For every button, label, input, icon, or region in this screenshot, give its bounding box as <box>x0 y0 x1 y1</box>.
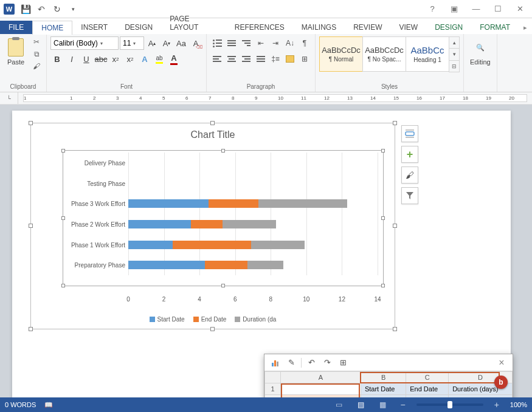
style-heading-1[interactable]: AaBbCc Heading 1 <box>406 36 449 72</box>
chart-type-icon[interactable] <box>269 357 282 369</box>
zoom-thumb[interactable] <box>447 401 452 408</box>
underline-button[interactable]: U <box>80 52 93 66</box>
format-painter-icon[interactable]: 🖌 <box>30 61 43 72</box>
decrease-indent-icon[interactable]: ⇤ <box>254 36 268 50</box>
show-marks-icon[interactable]: ¶ <box>298 36 311 50</box>
styles-gallery[interactable]: AaBbCcDc ¶ Normal AaBbCcDc ¶ No Spac... … <box>319 36 460 72</box>
font-name-combo[interactable]: Calibri (Body)▾ <box>50 36 119 50</box>
shrink-font-icon[interactable]: A▾ <box>160 36 173 50</box>
status-bar: 0 WORDS 📖 ▭ ▤ ▦ − + 100% <box>0 397 532 412</box>
horizontal-ruler[interactable]: 11234567891011121314151617181920 <box>23 94 527 102</box>
line-spacing-icon[interactable]: ‡≡ <box>269 52 282 66</box>
resize-handle[interactable] <box>29 224 33 228</box>
align-left-icon[interactable] <box>210 52 224 66</box>
tab-chart-format[interactable]: FORMAT <box>471 21 519 34</box>
mini-sheet-grid[interactable]: ABCD1Start DateEnd DateDuration (days)2P… <box>264 371 513 397</box>
print-layout-icon[interactable]: ▤ <box>354 399 367 410</box>
change-case-icon[interactable]: Aa <box>174 36 188 50</box>
justify-icon[interactable] <box>254 52 268 66</box>
chart-legend: Start DateEnd DateDuration (da <box>31 316 395 323</box>
text-effects-icon[interactable]: A <box>138 52 151 66</box>
chart-styles-icon[interactable]: 🖌 <box>401 167 418 184</box>
resize-handle[interactable] <box>210 121 215 125</box>
close-icon[interactable]: ✕ <box>511 3 528 15</box>
document-area: Chart Title 02468101214 Start DateEnd Da… <box>0 105 532 397</box>
tab-chart-design[interactable]: DESIGN <box>426 21 471 34</box>
bullets-icon[interactable] <box>210 36 224 50</box>
style-normal[interactable]: AaBbCcDc ¶ Normal <box>319 36 363 72</box>
numbering-icon[interactable] <box>225 36 238 50</box>
clear-formatting-icon[interactable]: A⌫ <box>189 36 202 50</box>
redo-icon[interactable]: ↻ <box>50 2 64 16</box>
cut-icon[interactable]: ✂ <box>30 36 43 47</box>
ribbon-options-icon[interactable]: ▣ <box>446 3 463 15</box>
highlight-color-icon[interactable]: ab <box>153 52 166 66</box>
chart-object[interactable]: Chart Title 02468101214 Start DateEnd Da… <box>30 123 395 329</box>
zoom-slider[interactable] <box>416 403 483 406</box>
save-icon[interactable]: 💾 <box>18 2 33 16</box>
tab-view[interactable]: VIEW <box>391 21 427 34</box>
qat-customize-icon[interactable]: ▾ <box>66 2 80 16</box>
redo-icon[interactable]: ↷ <box>321 357 333 369</box>
zoom-level[interactable]: 100% <box>510 401 527 408</box>
increase-indent-icon[interactable]: ⇥ <box>269 36 282 50</box>
align-right-icon[interactable] <box>240 52 253 66</box>
resize-handle[interactable] <box>393 121 397 125</box>
chart-elements-icon[interactable]: + <box>401 146 418 163</box>
zoom-in-icon[interactable]: + <box>492 400 502 410</box>
italic-button[interactable]: I <box>65 52 78 66</box>
grow-font-icon[interactable]: A▴ <box>145 36 159 50</box>
x-axis: 02468101214 <box>128 296 376 304</box>
spellcheck-icon[interactable]: 📖 <box>44 401 53 409</box>
undo-icon[interactable]: ↶ <box>34 2 49 16</box>
undo-icon[interactable]: ↶ <box>305 357 317 369</box>
word-count[interactable]: 0 WORDS <box>5 401 36 408</box>
resize-handle[interactable] <box>393 224 397 228</box>
align-center-icon[interactable] <box>225 52 238 66</box>
editing-button[interactable]: 🔍 Editing <box>468 36 493 67</box>
font-size-combo[interactable]: 11▾ <box>120 36 144 50</box>
minimize-icon[interactable]: — <box>468 3 485 15</box>
font-color-icon[interactable]: A <box>167 52 181 66</box>
tab-references[interactable]: REFERENCES <box>226 21 293 34</box>
styles-scroll[interactable]: ▴▾⊟ <box>449 36 460 72</box>
tab-scroll-icon[interactable]: ▸ <box>519 21 532 34</box>
strikethrough-button[interactable]: abc <box>94 52 108 66</box>
sort-icon[interactable]: A↓ <box>283 36 297 50</box>
y-category-label: Phase 1 Work Effort <box>64 241 125 248</box>
paste-button[interactable]: Paste <box>4 36 28 67</box>
shading-icon[interactable] <box>283 52 297 66</box>
tab-design[interactable]: DESIGN <box>116 21 161 34</box>
maximize-icon[interactable]: ☐ <box>489 3 506 15</box>
tab-file[interactable]: FILE <box>0 21 32 34</box>
resize-handle[interactable] <box>393 327 397 331</box>
web-layout-icon[interactable]: ▦ <box>376 399 389 410</box>
close-icon[interactable]: × <box>496 357 508 369</box>
subscript-button[interactable]: x2 <box>109 52 122 66</box>
multilevel-list-icon[interactable] <box>240 36 253 50</box>
resize-handle[interactable] <box>29 121 33 125</box>
chart-title[interactable]: Chart Title <box>31 123 395 144</box>
copy-icon[interactable]: ⧉ <box>30 49 43 60</box>
tab-stop-icon[interactable]: └ <box>0 92 18 104</box>
resize-handle[interactable] <box>210 327 215 331</box>
select-data-icon[interactable]: ⊞ <box>337 357 349 369</box>
superscript-button[interactable]: x2 <box>123 52 137 66</box>
chart-filters-icon[interactable] <box>401 187 418 204</box>
bold-button[interactable]: B <box>50 52 64 66</box>
tab-review[interactable]: REVIEW <box>345 21 390 34</box>
help-icon[interactable]: ? <box>424 3 441 15</box>
tab-mailings[interactable]: MAILINGS <box>293 21 345 34</box>
resize-handle[interactable] <box>29 327 33 331</box>
edit-data-icon[interactable]: ✎ <box>285 357 297 369</box>
read-mode-icon[interactable]: ▭ <box>332 399 345 410</box>
layout-options-icon[interactable] <box>401 125 418 142</box>
tab-page-layout[interactable]: PAGE LAYOUT <box>161 12 226 34</box>
tab-home[interactable]: HOME <box>32 21 72 35</box>
zoom-out-icon[interactable]: − <box>398 400 407 410</box>
tab-insert[interactable]: INSERT <box>72 21 116 34</box>
chart-data-window[interactable]: ✎ ↶ ↷ ⊞ × ABCD1Start DateEnd DateDuratio… <box>264 354 513 397</box>
style-no-spacing[interactable]: AaBbCcDc ¶ No Spac... <box>362 36 406 72</box>
group-label: Paragraph <box>210 83 311 91</box>
borders-icon[interactable]: ⊞ <box>298 52 311 66</box>
